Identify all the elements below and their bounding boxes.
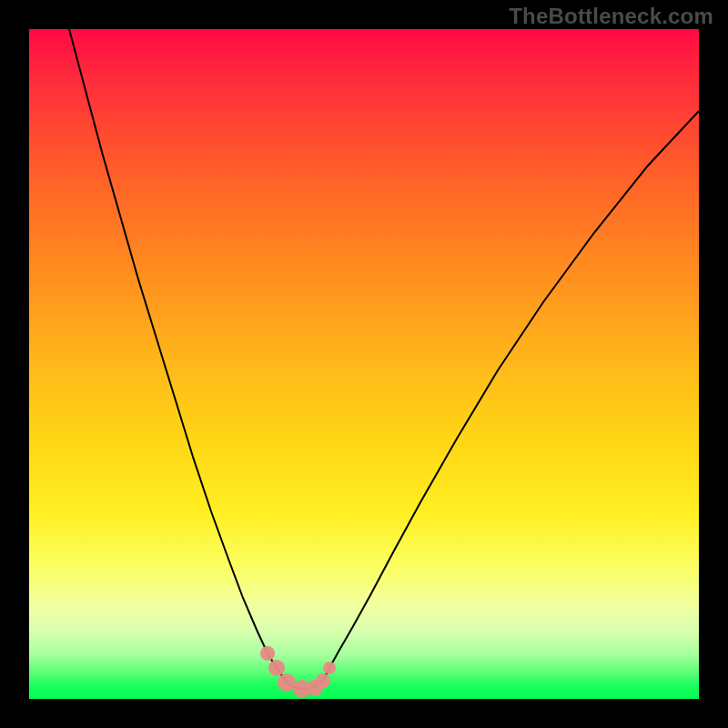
bead-marker [323, 662, 336, 674]
bottleneck-curve [29, 29, 699, 699]
bead-marker [260, 646, 275, 661]
valley-beads [260, 646, 336, 698]
chart-area [29, 29, 699, 699]
curve-right [323, 111, 699, 681]
bead-marker [316, 673, 330, 688]
bead-marker [268, 660, 285, 676]
watermark-text: TheBottleneck.com [509, 4, 713, 29]
curve-left [69, 29, 287, 682]
